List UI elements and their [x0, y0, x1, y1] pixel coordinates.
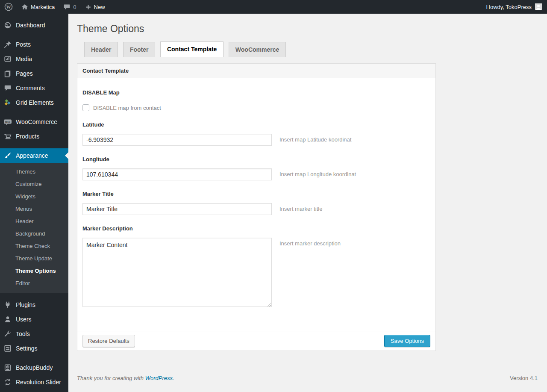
tab-footer[interactable]: Footer [123, 42, 156, 57]
version-label: Version 4.1 [510, 375, 538, 381]
pages-icon [3, 69, 12, 78]
sidebar-item-pages[interactable]: Pages [0, 66, 68, 81]
sidebar-item-media[interactable]: Media [0, 52, 68, 66]
marker-description-textarea[interactable] [82, 238, 272, 307]
thanks-prefix: Thank you for creating with [77, 375, 145, 381]
submenu-item-editor[interactable]: Editor [0, 277, 68, 289]
disable-map-checkbox[interactable] [82, 104, 89, 111]
sidebar-item-label: Plugins [16, 301, 35, 308]
marker-title-row: Insert marker title [82, 203, 430, 215]
wordpress-logo-icon: W [4, 3, 13, 11]
submenu-item-theme-check[interactable]: Theme Check [0, 240, 68, 252]
sidebar-item-posts[interactable]: Posts [0, 37, 68, 52]
backup-disk-icon [3, 363, 12, 372]
longitude-help: Insert map Longitude koordinat [279, 168, 356, 177]
woocommerce-badge-icon: Woo [3, 118, 12, 126]
menu-separator [0, 144, 68, 148]
grid-elements-icon [3, 98, 12, 107]
restore-defaults-button[interactable]: Restore Defaults [82, 335, 135, 347]
submenu-item-widgets[interactable]: Widgets [0, 190, 68, 203]
wordpress-link[interactable]: WordPress [145, 375, 173, 381]
sidebar-item-revolution-slider[interactable]: Revolution Slider [0, 375, 68, 389]
submenu-item-header[interactable]: Header [0, 215, 68, 227]
footer-thanks-text: Thank you for creating with WordPress. [77, 375, 174, 381]
latitude-row: Insert map Latitude koordinat [82, 134, 430, 146]
disable-map-row: DISABLE map from contact [82, 104, 430, 111]
latitude-input[interactable] [82, 134, 272, 146]
submenu-item-themes[interactable]: Themes [0, 165, 68, 178]
sidebar-item-label: Users [16, 316, 32, 323]
sidebar-item-grid-elements[interactable]: Grid Elements [0, 95, 68, 110]
disable-map-checkbox-label: DISABLE map from contact [93, 105, 161, 111]
svg-text:Woo: Woo [5, 121, 11, 123]
marker-title-input[interactable] [82, 203, 272, 215]
sidebar-item-label: Posts [16, 41, 31, 48]
comments-admin-bar-button[interactable]: 0 [59, 0, 80, 14]
cart-icon [3, 132, 12, 141]
sidebar-item-settings[interactable]: Settings [0, 341, 68, 356]
sidebar-item-label: Dashboard [16, 22, 45, 29]
marker-description-row: Insert marker description [82, 238, 430, 309]
longitude-label: Longitude [82, 156, 430, 162]
save-options-button[interactable]: Save Options [384, 335, 430, 347]
new-content-button[interactable]: New [81, 0, 109, 14]
panel-body: DISABLE Map DISABLE map from contact Lat… [77, 78, 435, 331]
sidebar-item-label: Media [16, 56, 32, 62]
menu-separator [0, 293, 68, 298]
sidebar-item-label: Pages [16, 70, 33, 77]
submenu-item-menus[interactable]: Menus [0, 203, 68, 215]
sidebar-item-products[interactable]: Products [0, 129, 68, 144]
marker-title-help: Insert marker title [279, 203, 322, 212]
sidebar-item-woocommerce[interactable]: Woo WooCommerce [0, 115, 68, 129]
comment-count: 0 [73, 4, 76, 10]
latitude-help: Insert map Latitude koordinat [279, 134, 351, 143]
sidebar-item-dashboard[interactable]: Dashboard [0, 18, 68, 32]
dashboard-gauge-icon [3, 21, 12, 29]
sidebar-item-label: Comments [16, 85, 45, 91]
disable-map-label: DISABLE Map [82, 89, 430, 96]
sidebar-item-backupbuddy[interactable]: BackupBuddy [0, 360, 68, 375]
svg-text:W: W [6, 4, 11, 9]
pushpin-icon [3, 40, 12, 49]
account-menu[interactable]: Howdy, TokoPress [481, 0, 547, 14]
comment-bubble-icon [63, 3, 71, 11]
sidebar-item-plugins[interactable]: Plugins [0, 298, 68, 312]
menu-separator [0, 110, 68, 115]
sidebar-item-comments[interactable]: Comments [0, 81, 68, 95]
site-name-menu[interactable]: Marketica [17, 0, 59, 14]
submenu-item-background[interactable]: Background [0, 227, 68, 240]
paintbrush-icon [3, 151, 12, 160]
thanks-suffix: . [173, 375, 174, 381]
tab-contact-template[interactable]: Contact Template [160, 41, 224, 57]
sidebar-item-label: Revolution Slider [16, 379, 61, 386]
refresh-arrows-icon [3, 378, 12, 386]
longitude-input[interactable] [82, 168, 272, 180]
marker-description-help: Insert marker description [279, 238, 341, 247]
submenu-item-customize[interactable]: Customize [0, 178, 68, 190]
page-title: Theme Options [77, 23, 538, 35]
sidebar-item-label: WooCommerce [16, 118, 57, 125]
sidebar-item-punch-fonts[interactable]: A Punch Fonts [0, 389, 68, 392]
sidebar-item-label: Settings [16, 345, 38, 352]
submenu-item-theme-options[interactable]: Theme Options [0, 265, 68, 277]
plus-icon [85, 4, 91, 10]
user-icon [3, 315, 12, 324]
contact-template-panel: Contact Template DISABLE Map DISABLE map… [77, 63, 436, 351]
sliders-icon [3, 344, 12, 353]
sidebar-item-tools[interactable]: Tools [0, 327, 68, 341]
howdy-label: Howdy, TokoPress [486, 4, 532, 10]
tab-woocommerce[interactable]: WooCommerce [229, 42, 286, 57]
sidebar-item-label: Products [16, 133, 39, 140]
sidebar-item-label: Grid Elements [16, 99, 54, 106]
marker-title-label: Marker Title [82, 191, 430, 197]
media-icon [3, 55, 12, 63]
tab-header[interactable]: Header [84, 42, 118, 57]
sidebar-item-label: BackupBuddy [16, 364, 53, 371]
sidebar-item-users[interactable]: Users [0, 312, 68, 327]
sidebar-item-appearance[interactable]: Appearance [0, 148, 68, 163]
panel-footer: Restore Defaults Save Options [77, 331, 435, 351]
site-name-label: Marketica [31, 4, 55, 10]
menu-separator [0, 32, 68, 37]
submenu-item-theme-update[interactable]: Theme Update [0, 252, 68, 265]
wp-logo-button[interactable]: W [0, 0, 17, 14]
